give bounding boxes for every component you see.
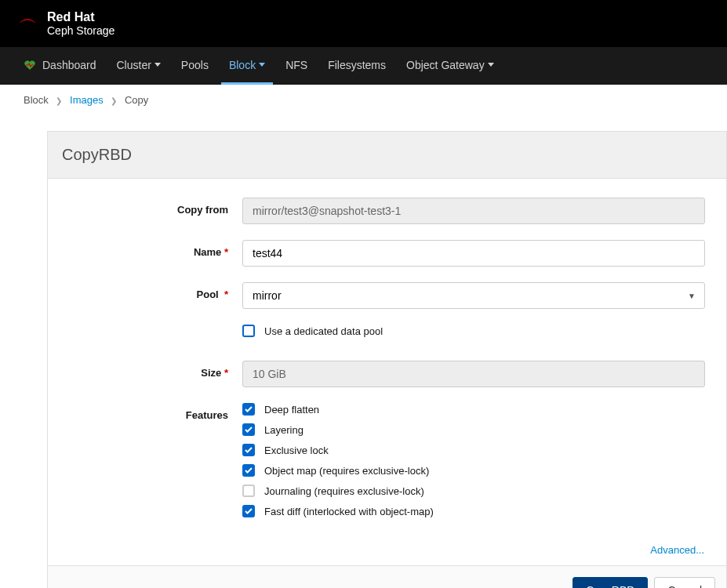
dedicated-pool-checkbox[interactable] (242, 325, 255, 337)
feature-fast-diff-checkbox[interactable] (242, 505, 255, 517)
dedicated-pool-label[interactable]: Use a dedicated data pool (264, 325, 383, 337)
submit-button[interactable]: CopyRBD (573, 577, 648, 588)
heartbeat-icon (24, 60, 36, 71)
breadcrumb: Block ❯ Images ❯ Copy (0, 85, 727, 115)
svg-point-0 (17, 20, 38, 31)
pool-label: Pool * (48, 282, 242, 309)
nav-nfs[interactable]: NFS (278, 47, 315, 85)
copyfrom-input (242, 198, 705, 224)
breadcrumb-sep: ❯ (111, 96, 117, 105)
brand-logo[interactable]: Red Hat Ceph Storage (16, 9, 115, 38)
size-label: Size * (48, 361, 242, 387)
brand-text: Red Hat Ceph Storage (47, 9, 115, 38)
feature-object-map-label[interactable]: Object map (requires exclusive-lock) (264, 465, 429, 477)
nav-object-gateway[interactable]: Object Gateway (398, 47, 502, 85)
feature-journaling-checkbox[interactable] (242, 485, 255, 497)
feature-deep-flatten-label[interactable]: Deep flatten (264, 404, 319, 416)
breadcrumb-sep: ❯ (56, 96, 62, 105)
size-input (242, 361, 705, 387)
cancel-button[interactable]: Cancel (654, 577, 715, 588)
redhat-icon (16, 15, 39, 32)
nav-dashboard[interactable]: Dashboard (16, 47, 104, 85)
nav-nfs-label: NFS (285, 59, 307, 71)
feature-layering-checkbox[interactable] (242, 423, 255, 436)
nav-filesystems-label: Filesystems (328, 59, 386, 71)
feature-exclusive-lock-label[interactable]: Exclusive lock (264, 445, 329, 456)
nav-block-label: Block (229, 59, 256, 71)
copyfrom-label: Copy from (48, 198, 242, 224)
nav-block[interactable]: Block (221, 47, 273, 85)
breadcrumb-images[interactable]: Images (70, 94, 104, 106)
nav-pools[interactable]: Pools (173, 47, 216, 85)
chevron-down-icon (259, 63, 265, 67)
feature-journaling-label[interactable]: Journaling (requires exclusive-lock) (264, 485, 424, 497)
advanced-link[interactable]: Advanced... (650, 544, 704, 556)
breadcrumb-block[interactable]: Block (24, 94, 49, 106)
topbar: Red Hat Ceph Storage (0, 0, 727, 47)
feature-layering-label[interactable]: Layering (264, 424, 304, 436)
name-label: Name * (48, 240, 242, 267)
feature-deep-flatten-checkbox[interactable] (242, 403, 255, 416)
name-input[interactable] (242, 240, 705, 267)
feature-fast-diff-label[interactable]: Fast diff (interlocked with object-map) (264, 506, 434, 517)
feature-exclusive-lock-checkbox[interactable] (242, 444, 255, 456)
breadcrumb-copy: Copy (125, 94, 148, 106)
nav-filesystems[interactable]: Filesystems (320, 47, 394, 85)
features-label: Features (48, 403, 242, 525)
chevron-down-icon (154, 63, 161, 67)
panel-footer: CopyRBD Cancel (48, 565, 726, 588)
nav-dashboard-label: Dashboard (42, 59, 96, 71)
chevron-down-icon (488, 63, 494, 67)
pool-select[interactable]: mirror (242, 282, 705, 309)
nav-cluster[interactable]: Cluster (109, 47, 169, 85)
main-nav: Dashboard Cluster Pools Block NFS Filesy… (0, 47, 727, 85)
feature-object-map-checkbox[interactable] (242, 464, 255, 477)
panel-title: CopyRBD (48, 132, 726, 179)
nav-objectgw-label: Object Gateway (406, 59, 485, 71)
nav-cluster-label: Cluster (117, 59, 151, 71)
copy-rbd-panel: CopyRBD Copy from Name * Pool * (47, 131, 727, 588)
nav-pools-label: Pools (181, 59, 209, 71)
